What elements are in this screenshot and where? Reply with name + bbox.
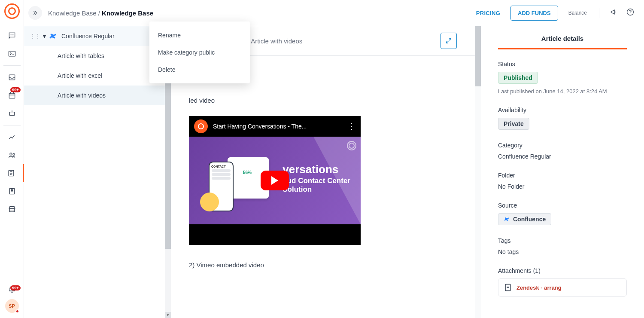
status-badge: Published — [498, 72, 538, 84]
breadcrumb: Knowledge Base / Knowledge Base — [48, 9, 153, 17]
confluence-icon — [49, 32, 57, 40]
confluence-icon — [504, 216, 510, 222]
avatar-initials: SP — [9, 303, 15, 309]
category-tree: ⋮⋮ ▾ Confluence Regular ⋮ Article with t… — [24, 26, 171, 318]
add-funds-button[interactable]: ADD FUNDS — [510, 6, 558, 21]
events-icon[interactable]: 99+ — [0, 86, 24, 104]
drag-handle-icon[interactable]: ⋮⋮ — [30, 33, 40, 39]
scroll-thumb[interactable] — [475, 26, 481, 86]
events-badge: 99+ — [10, 87, 20, 92]
article-scrollbar[interactable] — [475, 26, 481, 318]
rail-separator — [3, 65, 21, 66]
tags-label: Tags — [498, 237, 627, 244]
svg-point-1 — [12, 35, 12, 35]
video-channel-logo — [194, 119, 208, 133]
folder-value: No Folder — [498, 183, 627, 190]
avatar-status-dot — [15, 309, 19, 313]
category-value: Confluence Regular — [498, 153, 627, 160]
svg-point-8 — [13, 153, 15, 155]
scroll-thumb[interactable] — [165, 55, 171, 249]
category-row[interactable]: ⋮⋮ ▾ Confluence Regular ⋮ — [24, 26, 165, 46]
help-icon[interactable] — [626, 8, 635, 18]
announce-icon[interactable] — [610, 8, 618, 18]
brand-logo[interactable] — [4, 3, 20, 19]
svg-rect-5 — [9, 93, 15, 98]
rail-separator — [3, 125, 21, 125]
availability-label: Availability — [498, 107, 627, 113]
scroll-down-icon[interactable]: ▼ — [165, 312, 171, 318]
tags-value: No tags — [498, 248, 627, 255]
rename-action[interactable]: Rename — [149, 27, 250, 44]
article-paragraph: led video — [189, 97, 457, 104]
folder-label: Folder — [498, 172, 627, 179]
inbox-icon[interactable] — [0, 68, 24, 86]
topbar: Knowledge Base / Knowledge Base PRICING … — [24, 0, 644, 26]
status-label: Status — [498, 61, 627, 67]
svg-point-0 — [11, 35, 11, 35]
attachment-item[interactable]: Zendesk - arrang — [498, 278, 627, 297]
video-title: Start Having Conversations - The... — [213, 123, 343, 130]
article-item-selected[interactable]: Article with videos — [24, 86, 165, 105]
store-icon[interactable] — [0, 200, 24, 218]
video-menu-icon[interactable]: ⋮ — [348, 122, 355, 131]
user-avatar[interactable]: SP — [5, 299, 19, 313]
article-paragraph: 2) Vimeo embedded video — [189, 261, 457, 269]
chevron-down-icon[interactable]: ▾ — [43, 33, 46, 40]
status-subtext: Last published on June 14, 2022 at 8:24 … — [498, 88, 627, 95]
category-label: Category — [498, 142, 627, 149]
left-nav-rail: 99+ 99+ SP — [0, 0, 24, 318]
source-badge: Confluence — [498, 213, 551, 225]
article-item[interactable]: Article with excel — [24, 66, 165, 86]
svg-rect-4 — [9, 75, 15, 80]
delete-action[interactable]: Delete — [149, 61, 250, 78]
svg-point-2 — [13, 35, 13, 35]
terminal-icon[interactable] — [0, 45, 24, 63]
watermark-icon — [347, 141, 356, 150]
breadcrumb-root[interactable]: Knowledge Base — [48, 9, 97, 17]
play-icon[interactable] — [261, 171, 289, 190]
analytics-icon[interactable] — [0, 128, 24, 146]
pricing-link[interactable]: PRICING — [476, 10, 500, 16]
svg-point-7 — [10, 153, 12, 155]
make-public-action[interactable]: Make category public — [149, 44, 250, 61]
chat-icon[interactable] — [0, 27, 24, 45]
attachments-label: Attachments (1) — [498, 267, 627, 274]
source-label: Source — [498, 202, 627, 209]
breadcrumb-current: Knowledge Base — [102, 9, 153, 17]
article-details-panel: Article details Status Published Last pu… — [481, 26, 644, 318]
expand-button[interactable] — [440, 33, 457, 49]
file-icon — [504, 283, 512, 292]
collapse-sidebar-button[interactable] — [28, 6, 42, 20]
notifications-icon[interactable]: 99+ — [0, 284, 24, 293]
people-icon[interactable] — [0, 146, 24, 164]
balance-label: Balance — [568, 10, 587, 16]
thumbnail-text: versations oud Contact Center Solution — [283, 163, 350, 194]
knowledge-base-icon[interactable] — [0, 164, 24, 182]
svg-rect-10 — [9, 188, 15, 194]
bot-icon[interactable] — [0, 104, 24, 122]
article-item[interactable]: Article with tables — [24, 46, 165, 66]
svg-rect-6 — [9, 112, 15, 116]
category-label: Confluence Regular — [61, 33, 115, 40]
bookmark-icon[interactable] — [0, 182, 24, 200]
notif-badge: 99+ — [10, 285, 20, 290]
availability-badge: Private — [498, 118, 529, 130]
svg-rect-3 — [9, 51, 15, 56]
attachment-name: Zendesk - arrang — [516, 284, 562, 291]
details-tab[interactable]: Article details — [498, 35, 627, 49]
youtube-embed[interactable]: Start Having Conversations - The... ⋮ 56… — [189, 116, 361, 245]
category-context-menu: Rename Make category public Delete — [149, 21, 250, 83]
